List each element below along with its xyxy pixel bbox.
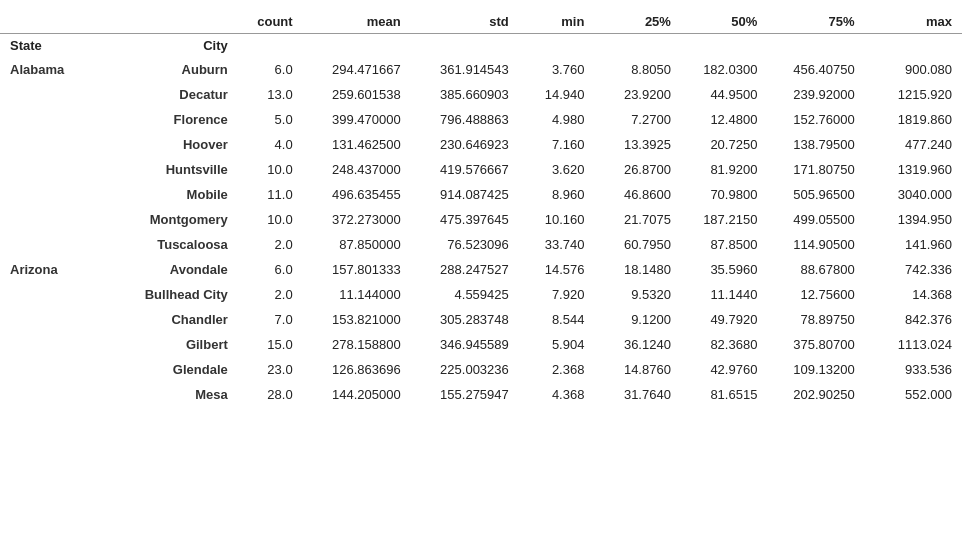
p75-cell: 202.90250	[767, 382, 864, 407]
p50-cell: 187.2150	[681, 207, 767, 232]
table-row: Mobile11.0496.635455914.0874258.96046.86…	[0, 182, 962, 207]
std-cell: 155.275947	[411, 382, 519, 407]
state-cell	[0, 182, 108, 207]
std-header: std	[411, 10, 519, 34]
table-row: Decatur13.0259.601538385.66090314.94023.…	[0, 82, 962, 107]
min-cell: 33.740	[519, 232, 595, 257]
min-cell: 7.160	[519, 132, 595, 157]
count-cell: 13.0	[238, 82, 303, 107]
p50-cell: 87.8500	[681, 232, 767, 257]
min-cell: 8.960	[519, 182, 595, 207]
count-header: count	[238, 10, 303, 34]
min-cell: 4.368	[519, 382, 595, 407]
max-cell: 141.960	[865, 232, 962, 257]
std-cell: 475.397645	[411, 207, 519, 232]
count-cell: 11.0	[238, 182, 303, 207]
max-header: max	[865, 10, 962, 34]
mean-cell: 144.205000	[303, 382, 411, 407]
city-cell: Huntsville	[108, 157, 238, 182]
mean-col-empty	[303, 34, 411, 58]
table-row: Glendale23.0126.863696225.0032362.36814.…	[0, 357, 962, 382]
max-cell: 3040.000	[865, 182, 962, 207]
max-cell: 1215.920	[865, 82, 962, 107]
max-cell: 1819.860	[865, 107, 962, 132]
state-cell: Arizona	[0, 257, 108, 282]
p50-cell: 35.5960	[681, 257, 767, 282]
p25-cell: 60.7950	[594, 232, 680, 257]
city-cell: Decatur	[108, 82, 238, 107]
count-cell: 23.0	[238, 357, 303, 382]
p50-cell: 81.9200	[681, 157, 767, 182]
p50-cell: 42.9760	[681, 357, 767, 382]
p75-cell: 456.40750	[767, 57, 864, 82]
state-col-header: State	[0, 34, 108, 58]
state-cell	[0, 232, 108, 257]
p75-cell: 375.80700	[767, 332, 864, 357]
count-col-empty	[238, 34, 303, 58]
table-row: AlabamaAuburn6.0294.471667361.9145433.76…	[0, 57, 962, 82]
max-cell: 14.368	[865, 282, 962, 307]
std-col-empty	[411, 34, 519, 58]
p50-cell: 49.7920	[681, 307, 767, 332]
count-cell: 7.0	[238, 307, 303, 332]
city-col-header: City	[108, 34, 238, 58]
max-cell: 842.376	[865, 307, 962, 332]
p50-cell: 82.3680	[681, 332, 767, 357]
count-cell: 6.0	[238, 257, 303, 282]
p25-col-empty	[594, 34, 680, 58]
p25-cell: 21.7075	[594, 207, 680, 232]
std-cell: 225.003236	[411, 357, 519, 382]
std-cell: 385.660903	[411, 82, 519, 107]
table-row: Florence5.0399.470000796.4888634.9807.27…	[0, 107, 962, 132]
table-row: Bullhead City2.011.1440004.5594257.9209.…	[0, 282, 962, 307]
state-cell	[0, 357, 108, 382]
city-cell: Auburn	[108, 57, 238, 82]
p25-cell: 8.8050	[594, 57, 680, 82]
city-cell: Mesa	[108, 382, 238, 407]
mean-cell: 399.470000	[303, 107, 411, 132]
city-header-empty	[108, 10, 238, 34]
p50-header: 50%	[681, 10, 767, 34]
city-cell: Montgomery	[108, 207, 238, 232]
count-cell: 28.0	[238, 382, 303, 407]
p50-cell: 12.4800	[681, 107, 767, 132]
state-header-empty	[0, 10, 108, 34]
table-row: Mesa28.0144.205000155.2759474.36831.7640…	[0, 382, 962, 407]
state-cell	[0, 82, 108, 107]
mean-cell: 294.471667	[303, 57, 411, 82]
city-cell: Bullhead City	[108, 282, 238, 307]
count-cell: 6.0	[238, 57, 303, 82]
state-cell	[0, 382, 108, 407]
mean-header: mean	[303, 10, 411, 34]
p75-cell: 171.80750	[767, 157, 864, 182]
table-row: ArizonaAvondale6.0157.801333288.24752714…	[0, 257, 962, 282]
count-cell: 15.0	[238, 332, 303, 357]
p75-col-empty	[767, 34, 864, 58]
min-cell: 8.544	[519, 307, 595, 332]
p50-cell: 81.6515	[681, 382, 767, 407]
count-cell: 4.0	[238, 132, 303, 157]
mean-cell: 157.801333	[303, 257, 411, 282]
mean-cell: 496.635455	[303, 182, 411, 207]
state-cell: Alabama	[0, 57, 108, 82]
p75-cell: 114.90500	[767, 232, 864, 257]
city-cell: Mobile	[108, 182, 238, 207]
p25-cell: 18.1480	[594, 257, 680, 282]
p50-cell: 44.9500	[681, 82, 767, 107]
mean-cell: 259.601538	[303, 82, 411, 107]
p50-cell: 20.7250	[681, 132, 767, 157]
state-cell	[0, 132, 108, 157]
min-cell: 7.920	[519, 282, 595, 307]
table-row: Tuscaloosa2.087.85000076.52309633.74060.…	[0, 232, 962, 257]
stats-table: count mean std min 25% 50% 75% max State…	[0, 10, 962, 407]
max-cell: 900.080	[865, 57, 962, 82]
min-cell: 14.576	[519, 257, 595, 282]
mean-cell: 248.437000	[303, 157, 411, 182]
p25-cell: 9.1200	[594, 307, 680, 332]
mean-cell: 11.144000	[303, 282, 411, 307]
p75-cell: 109.13200	[767, 357, 864, 382]
std-cell: 361.914543	[411, 57, 519, 82]
city-cell: Avondale	[108, 257, 238, 282]
mean-cell: 153.821000	[303, 307, 411, 332]
col-header-row: State City	[0, 34, 962, 58]
